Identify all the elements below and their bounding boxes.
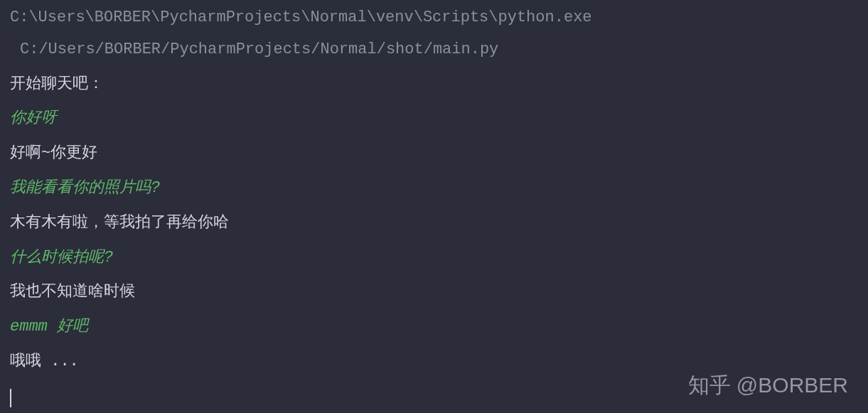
bot-response-line: 木有木有啦，等我拍了再给你哈 — [10, 213, 858, 235]
bot-response-line: 好啊~你更好 — [10, 143, 858, 165]
user-input-line: 什么时候拍呢? — [10, 247, 858, 269]
user-input-line: emmm 好吧 — [10, 316, 858, 338]
script-path: C:/Users/BORBER/PycharmProjects/Normal/s… — [10, 39, 858, 61]
watermark: 知乎 @BORBER — [688, 371, 848, 400]
bot-response-line: 我也不知道啥时候 — [10, 281, 858, 304]
bot-response-line: 哦哦 ... — [10, 351, 858, 373]
user-input-line: 你好呀 — [10, 108, 858, 130]
text-cursor-icon — [10, 389, 11, 407]
prompt-start: 开始聊天吧： — [10, 74, 858, 96]
interpreter-path: C:\Users\BORBER\PycharmProjects\Normal\v… — [10, 7, 858, 29]
user-input-line: 我能看看你的照片吗? — [10, 178, 858, 200]
